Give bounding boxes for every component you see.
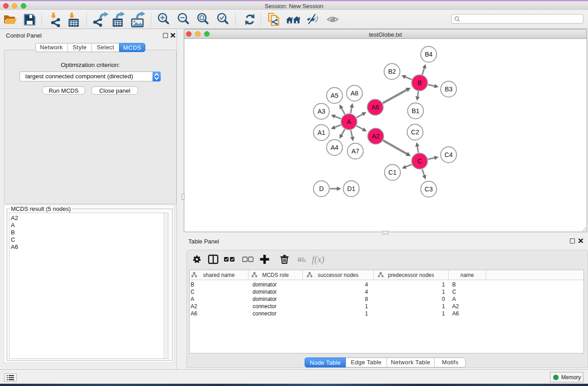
svg-text:A7: A7 bbox=[351, 148, 359, 155]
svg-text:A2: A2 bbox=[372, 133, 379, 140]
svg-text:B: B bbox=[417, 79, 421, 86]
svg-text:D: D bbox=[319, 185, 324, 192]
svg-text:A4: A4 bbox=[330, 144, 338, 151]
svg-text:A1: A1 bbox=[317, 129, 325, 136]
svg-text:B3: B3 bbox=[445, 86, 452, 93]
svg-text:A8: A8 bbox=[350, 90, 358, 97]
svg-text:C: C bbox=[417, 157, 422, 165]
svg-text:A: A bbox=[347, 118, 351, 125]
svg-text:C4: C4 bbox=[445, 151, 453, 158]
svg-text:C3: C3 bbox=[425, 186, 433, 193]
svg-text:A6: A6 bbox=[371, 104, 379, 111]
svg-text:C2: C2 bbox=[411, 129, 419, 136]
svg-text:B2: B2 bbox=[388, 68, 396, 75]
svg-text:B1: B1 bbox=[411, 107, 419, 114]
svg-text:f(x): f(x) bbox=[312, 254, 325, 265]
svg-text:A5: A5 bbox=[330, 92, 338, 99]
svg-text:B4: B4 bbox=[425, 51, 432, 58]
svg-text:D1: D1 bbox=[347, 185, 355, 192]
svg-text:C1: C1 bbox=[388, 169, 397, 176]
svg-text:A3: A3 bbox=[317, 108, 325, 115]
